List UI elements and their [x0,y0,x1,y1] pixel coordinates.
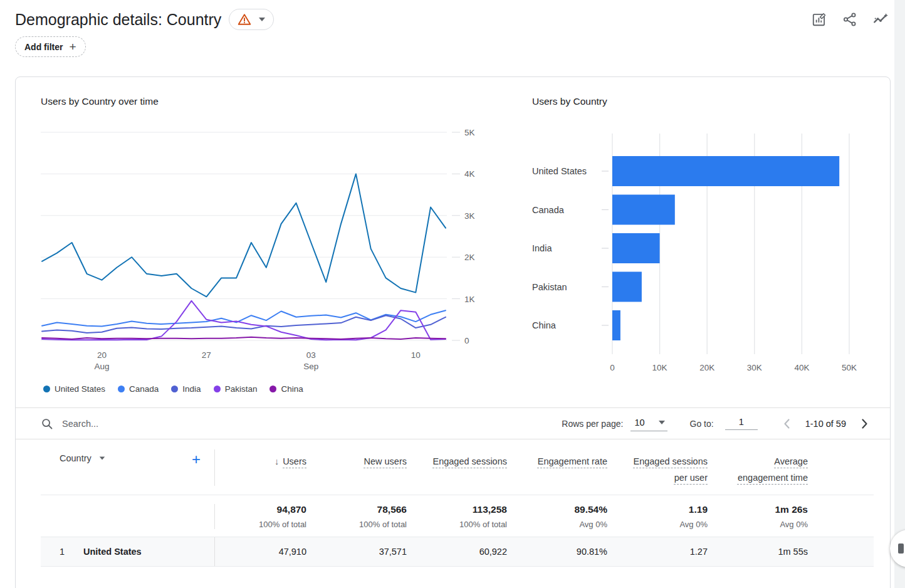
row-dimension-cell: 1United States [41,537,215,566]
column-header-label[interactable]: Users [283,456,306,466]
legend-item: United States [43,384,105,394]
svg-text:0: 0 [464,336,469,345]
chevron-down-icon [259,18,265,21]
totals-value: 1.19 [621,504,708,515]
plus-icon: + [69,40,76,54]
svg-text:03: 03 [306,350,316,360]
totals-dimension-cell [41,504,215,529]
data-table: Country + ↓UsersNew usersEngaged session… [16,439,890,574]
row-metric-cell: 37,571 [315,547,416,557]
next-page-icon[interactable] [857,417,871,431]
totals-subtext: 100% of total [421,520,507,529]
column-header-cell: Average engagement time [716,449,817,486]
totals-value: 94,870 [220,504,306,515]
rows-per-page-label: Rows per page: [562,419,623,429]
column-header-cell: Engagement rate [516,449,616,470]
totals-value: 78,566 [320,504,407,515]
svg-text:India: India [532,243,552,253]
table-row[interactable]: 1United States47,91037,57160,92290.81%1.… [41,537,874,566]
column-header-cell: ↓Users [215,449,315,470]
insights-fab[interactable] [890,530,905,567]
line-chart-panel: Users by Country over time 5K4K3K2K1K020… [41,96,516,394]
go-to-page-input[interactable] [725,417,758,430]
go-to-label: Go to: [690,419,714,429]
legend-dot [118,386,125,392]
svg-text:30K: 30K [747,363,762,372]
report-header: Demographic details: Country [0,0,905,30]
svg-text:Aug: Aug [94,362,109,371]
column-header-label[interactable]: Engaged sessions per user [634,456,708,483]
svg-text:United States: United States [532,166,587,176]
svg-text:20: 20 [97,350,107,360]
pagination-range: 1-10 of 59 [805,419,846,429]
svg-text:1K: 1K [464,295,475,304]
legend-label: China [281,384,303,394]
legend-item: China [269,384,303,394]
chevron-down-icon [100,456,105,459]
row-metric-cell: 60,922 [416,547,516,557]
edit-report-icon[interactable] [811,11,827,28]
column-header-label[interactable]: Engaged sessions [433,456,508,466]
column-header-label[interactable]: Engagement rate [538,456,607,466]
dimension-selector[interactable]: Country [60,453,105,463]
chevron-down-icon [659,421,665,424]
add-column-button[interactable]: + [192,453,201,466]
totals-subtext: Avg 0% [721,520,808,529]
legend-item: India [171,384,201,394]
totals-subtext: Avg 0% [621,520,708,529]
svg-text:3K: 3K [464,211,475,221]
svg-text:40K: 40K [794,363,809,372]
table-totals-row: 94,870100% of total78,566100% of total11… [41,495,874,537]
data-quality-chip[interactable] [229,9,274,30]
sort-descending-icon: ↓ [275,453,279,470]
column-header-cell: Engaged sessions [416,449,516,470]
svg-text:China: China [532,320,557,330]
users-over-time-line-chart[interactable]: 5K4K3K2K1K020Aug2703Sep10 [41,123,489,374]
rows-per-page-select[interactable]: 10 [630,416,667,431]
report-card: Users by Country over time 5K4K3K2K1K020… [15,76,891,588]
legend-label: Canada [129,384,159,394]
svg-text:50K: 50K [842,363,857,372]
add-filter-button[interactable]: Add filter + [15,36,86,57]
rows-per-page-value: 10 [634,417,644,428]
table-toolbar: Rows per page: 10 Go to: 1-10 of 59 [16,407,890,439]
row-metric-cell: 1m 55s [716,547,817,557]
legend-item: Canada [118,384,159,394]
totals-value: 1m 26s [721,504,808,515]
share-icon[interactable] [842,11,858,28]
totals-cell: 1.19Avg 0% [616,504,716,529]
legend-item: Pakistan [214,384,258,394]
totals-cell: 78,566100% of total [315,504,416,529]
column-header-label[interactable]: Average engagement time [738,456,808,483]
row-metric-cell: 47,910 [215,547,315,557]
page-title: Demographic details: Country [15,11,221,29]
svg-text:27: 27 [202,350,211,360]
insights-fab-glyph [898,543,904,554]
svg-text:4K: 4K [464,169,475,179]
row-metric-cell: 1.27 [616,547,716,557]
legend-label: Pakistan [225,384,258,394]
totals-subtext: 100% of total [320,520,407,529]
svg-text:20K: 20K [699,363,714,372]
search-icon [41,417,53,430]
legend-label: United States [55,384,105,394]
search-input[interactable] [62,419,250,429]
row-metric-cell: 90.81% [516,547,616,557]
legend-label: India [182,384,201,394]
svg-text:10K: 10K [652,363,667,372]
totals-cell: 113,258100% of total [416,504,516,529]
insights-icon[interactable] [872,11,889,28]
users-by-country-bar-chart[interactable]: 010K20K30K40K50KUnited StatesCanadaIndia… [532,123,874,382]
svg-text:5K: 5K [464,128,475,137]
legend-dot [43,386,50,392]
scrollbar-gutter[interactable] [894,0,905,588]
previous-page-icon[interactable] [780,417,794,431]
bar-chart-title: Users by Country [532,96,874,107]
legend-dot [269,386,276,392]
next-row-partial [41,566,874,574]
totals-subtext: 100% of total [220,520,306,529]
add-filter-label: Add filter [24,42,63,52]
table-header-row: Country + ↓UsersNew usersEngaged session… [41,439,874,495]
column-header-label[interactable]: New users [364,456,407,466]
svg-text:2K: 2K [464,253,475,262]
